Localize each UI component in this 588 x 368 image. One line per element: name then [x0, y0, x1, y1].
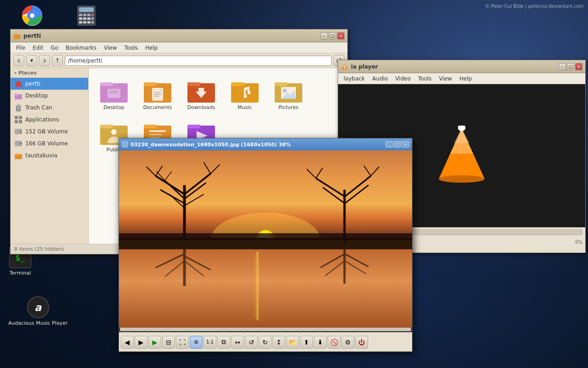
- calculator-icon: [76, 5, 96, 27]
- iv-paste-btn[interactable]: ⬇: [314, 336, 327, 349]
- svg-rect-90: [254, 254, 255, 318]
- documents-folder-icon: [143, 75, 172, 104]
- svg-rect-56: [275, 82, 288, 86]
- iv-save-to-btn[interactable]: 📂: [286, 336, 299, 349]
- drive-icon-2: [14, 139, 23, 148]
- file-item-pictures[interactable]: Pictures: [268, 73, 309, 113]
- iv-rot-ccw-btn[interactable]: ↺: [245, 336, 258, 349]
- close-button[interactable]: ×: [337, 32, 345, 40]
- svg-rect-29: [15, 116, 18, 119]
- status-text: 8 items (25 hidden): [14, 246, 64, 252]
- iv-rot-cw-btn[interactable]: ↻: [259, 336, 271, 349]
- svg-rect-11: [83, 17, 86, 20]
- sidebar-item-desktop[interactable]: Desktop: [11, 90, 88, 102]
- vlc-menu-video[interactable]: Video: [391, 75, 414, 83]
- sidebar-label-applications: Applications: [25, 116, 59, 123]
- menu-file[interactable]: File: [12, 44, 29, 52]
- iv-1to1-btn[interactable]: 1:1: [204, 336, 216, 349]
- svg-point-34: [20, 131, 22, 132]
- image-viewer-content: [119, 150, 412, 328]
- back-button[interactable]: [13, 55, 24, 66]
- svg-rect-51: [187, 82, 200, 86]
- home-icon: [14, 80, 23, 88]
- vlc-cone-icon: [434, 124, 489, 188]
- sidebar-item-volume1[interactable]: 152 GB Volume: [11, 126, 88, 138]
- window-controls: – □ ×: [321, 32, 345, 40]
- forward-button[interactable]: [39, 55, 50, 66]
- vlc-menu-tools[interactable]: Tools: [414, 75, 435, 83]
- sidebar-item-pertti[interactable]: pertti: [11, 78, 88, 90]
- svg-rect-12: [87, 17, 90, 20]
- trash-icon: [14, 104, 23, 112]
- sidebar-item-volume2[interactable]: 166 GB Volume: [11, 138, 88, 150]
- iv-next-btn[interactable]: ▶: [135, 336, 147, 349]
- svg-rect-91: [258, 253, 259, 320]
- sidebar-item-applications[interactable]: Applications: [11, 114, 88, 126]
- iv-prev-btn[interactable]: ◀: [121, 336, 134, 349]
- iv-shrink-btn[interactable]: ⊟: [162, 336, 175, 349]
- downloads-folder-icon: [187, 75, 216, 104]
- image-horizontal-scrollbar[interactable]: [120, 328, 411, 331]
- calculator-desktop-icon[interactable]: [68, 5, 105, 27]
- svg-rect-45: [144, 82, 157, 86]
- file-manager-toolbar: ▾ ↑ /home/pertti: [11, 53, 347, 68]
- iv-flip-v-btn[interactable]: ↕: [272, 336, 285, 349]
- file-item-desktop[interactable]: Desktop: [93, 73, 135, 113]
- menu-view[interactable]: View: [100, 44, 120, 52]
- svg-rect-88: [119, 249, 412, 328]
- svg-rect-16: [87, 21, 90, 23]
- iv-copy-btn[interactable]: ⬆: [300, 336, 313, 349]
- image-viewer-title-text: 03230_dawnexudation_1680x1050.jpg (1680x…: [130, 142, 385, 148]
- minimize-button[interactable]: –: [321, 32, 328, 40]
- svg-rect-64: [144, 125, 157, 128]
- up-button[interactable]: ↑: [52, 55, 63, 66]
- svg-rect-54: [231, 82, 244, 86]
- vlc-menu-playback[interactable]: layback: [340, 75, 368, 83]
- svg-rect-13: [91, 17, 94, 20]
- desktop-folder-label: Desktop: [103, 104, 124, 110]
- iv-flip-h-btn[interactable]: ↔: [231, 336, 244, 349]
- menu-tools[interactable]: Tools: [121, 44, 142, 52]
- music-folder-icon: [230, 75, 260, 104]
- sidebar-section-label: Places: [18, 70, 37, 76]
- vlc-menu-view[interactable]: View: [435, 75, 456, 83]
- desktop: © Peter Cui Bide | petercui.deviantart.c…: [0, 0, 588, 368]
- file-item-downloads[interactable]: Downloads: [181, 73, 222, 113]
- svg-rect-19: [14, 34, 17, 36]
- iv-tool-btn[interactable]: ⚙: [341, 336, 354, 349]
- iv-close-tb-btn[interactable]: ⏻: [355, 336, 368, 349]
- iv-maximize[interactable]: □: [394, 141, 401, 148]
- sidebar-item-trash[interactable]: Trash Can: [11, 102, 88, 114]
- file-item-music[interactable]: Music: [224, 73, 266, 113]
- menu-go[interactable]: Go: [47, 44, 62, 52]
- down-button[interactable]: ▾: [26, 55, 37, 66]
- file-item-documents[interactable]: Documents: [137, 73, 178, 113]
- iv-fit-btn[interactable]: ⊞: [190, 336, 203, 349]
- vlc-menu-audio[interactable]: Audio: [368, 75, 391, 83]
- iv-close[interactable]: ×: [402, 141, 409, 148]
- sidebar-label-trash: Trash Can: [25, 104, 52, 111]
- sidebar-item-taustakuvia[interactable]: taustakuvia: [11, 150, 88, 161]
- sidebar-label-volume1: 152 GB Volume: [25, 128, 68, 135]
- audacious-desktop-icon[interactable]: a Audacious Music Player: [8, 296, 68, 327]
- iv-preview-btn[interactable]: ⧉: [217, 336, 230, 349]
- svg-rect-31: [15, 120, 18, 123]
- menu-bookmarks[interactable]: Bookmarks: [62, 44, 100, 52]
- vlc-menu-help[interactable]: Help: [456, 75, 475, 83]
- downloads-folder-label: Downloads: [187, 104, 215, 110]
- vlc-maximize[interactable]: □: [567, 63, 574, 70]
- svg-rect-17: [91, 21, 94, 23]
- menu-edit[interactable]: Edit: [29, 44, 47, 52]
- menu-help[interactable]: Help: [141, 44, 161, 52]
- vlc-close[interactable]: ×: [575, 63, 582, 70]
- svg-rect-42: [109, 91, 119, 92]
- svg-rect-22: [15, 94, 18, 96]
- maximize-button[interactable]: □: [329, 32, 336, 40]
- chrome-desktop-icon[interactable]: [14, 5, 51, 27]
- iv-minimize[interactable]: _: [385, 141, 393, 148]
- iv-delete-btn[interactable]: 🚫: [328, 336, 340, 349]
- address-bar[interactable]: /home/pertti: [65, 56, 332, 66]
- vlc-minimize[interactable]: –: [559, 63, 566, 70]
- iv-fullscreen-btn[interactable]: ⛶: [176, 336, 189, 349]
- iv-play-btn[interactable]: ▶: [148, 336, 161, 349]
